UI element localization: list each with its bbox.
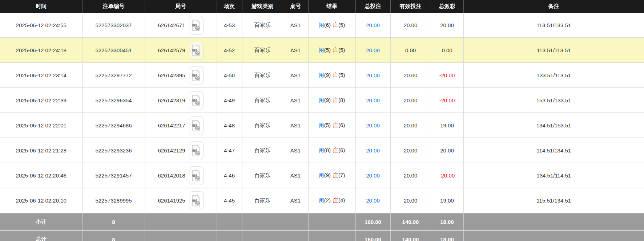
footer-result [308, 231, 355, 241]
cell-result: 闲(9)庄(7) [308, 163, 355, 188]
cell-table-no: AS1 [283, 163, 308, 188]
cell-game-type: 百家乐 [242, 63, 283, 88]
cell-remark: 153.51/133.51 [463, 88, 644, 113]
player-result-points: (6) [324, 22, 331, 28]
cell-round: 626142395 [145, 63, 217, 88]
footer-session [217, 213, 242, 231]
video-replay-button[interactable] [189, 66, 204, 85]
player-result-label: 闲 [319, 22, 324, 28]
cell-round: 626142579 [145, 38, 217, 63]
cell-bet-id: 522573300451 [82, 38, 145, 63]
round-number: 626142395 [158, 72, 185, 78]
footer-table-no [283, 231, 308, 241]
video-replay-button[interactable] [189, 191, 204, 210]
cell-game-type: 百家乐 [242, 113, 283, 138]
cell-round: 626142129 [145, 138, 217, 163]
player-result-label: 闲 [319, 72, 324, 78]
film-file-icon [192, 145, 201, 156]
table-row[interactable]: 2025-06-12 02:22:39 522573296354 6261423… [0, 88, 644, 113]
cell-result: 闲(8)庄(6) [308, 138, 355, 163]
video-replay-button[interactable] [189, 91, 204, 110]
round-wrap: 626142395 [158, 66, 203, 85]
table-row[interactable]: 2025-06-12 02:23:14 522573297772 6261423… [0, 63, 644, 88]
banker-result-label: 庄 [333, 147, 338, 153]
cell-payout: 19.00 [431, 188, 463, 213]
round-wrap: 626142129 [158, 141, 203, 160]
cell-result: 闲(9)庄(8) [308, 88, 355, 113]
footer-total-bet: 160.00 [355, 213, 390, 231]
banker-result-label: 庄 [333, 47, 338, 53]
cell-valid-bet: 0.00 [390, 38, 431, 63]
table-row[interactable]: 2025-06-12 02:22:01 522573294686 6261422… [0, 113, 644, 138]
cell-bet-id: 522573302037 [82, 13, 145, 38]
video-replay-button[interactable] [189, 166, 204, 185]
header-bet-id: 注单编号 [82, 0, 145, 13]
footer-label: 总计 [0, 231, 82, 241]
cell-bet-id: 522573294686 [82, 113, 145, 138]
footer-label: 小计 [0, 213, 82, 231]
table-row[interactable]: 2025-06-12 02:21:28 522573293236 6261421… [0, 138, 644, 163]
footer-remark [463, 231, 644, 241]
header-result: 结果 [308, 0, 355, 13]
player-result-points: (8) [324, 147, 331, 153]
footer-remark [463, 213, 644, 231]
banker-result-label: 庄 [333, 172, 338, 178]
header-table-no: 桌号 [283, 0, 308, 13]
footer-round [145, 213, 217, 231]
banker-result-points: (6) [338, 122, 345, 128]
video-replay-button[interactable] [189, 16, 204, 35]
cell-game-type: 百家乐 [242, 38, 283, 63]
cell-payout: 19.00 [431, 113, 463, 138]
player-result-label: 闲 [319, 172, 324, 178]
cell-round: 626142018 [145, 163, 217, 188]
round-number: 626142671 [158, 22, 185, 28]
video-replay-button[interactable] [189, 41, 204, 60]
footer-payout: 18.00 [431, 231, 463, 241]
cell-remark: 113.51/113.51 [463, 38, 644, 63]
footer-total-bet: 160.00 [355, 231, 390, 241]
table-row[interactable]: 2025-06-12 02:20:10 522573289995 6261419… [0, 188, 644, 213]
cell-time: 2025-06-12 02:24:55 [0, 13, 82, 38]
cell-total-bet: 20.00 [355, 38, 390, 63]
table-row[interactable]: 2025-06-12 02:20:46 522573291457 6261420… [0, 163, 644, 188]
table-row[interactable]: 2025-06-12 02:24:55 522573302037 6261426… [0, 13, 644, 38]
cell-payout: -20.00 [431, 63, 463, 88]
header-row: 时间注单编号局号场次游戏类别桌号结果总投注有效投注总派彩备注 [0, 0, 644, 13]
film-file-icon [192, 170, 201, 181]
footer-game-type [242, 231, 283, 241]
cell-time: 2025-06-12 02:20:10 [0, 188, 82, 213]
header-time: 时间 [0, 0, 82, 13]
player-result-label: 闲 [319, 197, 324, 203]
film-file-icon [192, 120, 201, 131]
cell-round: 626142319 [145, 88, 217, 113]
round-number: 626142579 [158, 47, 185, 53]
footer-payout: 18.00 [431, 213, 463, 231]
round-number: 626142217 [158, 122, 185, 128]
cell-result: 闲(5)庄(5) [308, 38, 355, 63]
cell-total-bet: 20.00 [355, 88, 390, 113]
cell-time: 2025-06-12 02:20:46 [0, 163, 82, 188]
header-payout: 总派彩 [431, 0, 463, 13]
footer-valid-bet: 140.00 [390, 231, 431, 241]
cell-time: 2025-06-12 02:23:14 [0, 63, 82, 88]
header-session: 场次 [217, 0, 242, 13]
player-result-label: 闲 [319, 47, 324, 53]
film-file-icon [192, 45, 201, 56]
film-file-icon [192, 20, 201, 31]
player-result-points: (2) [324, 197, 331, 203]
cell-session: 4-49 [217, 88, 242, 113]
table-row[interactable]: 2025-06-12 02:24:18 522573300451 6261425… [0, 38, 644, 63]
cell-bet-id: 522573296354 [82, 88, 145, 113]
video-replay-button[interactable] [189, 141, 204, 160]
banker-result-points: (4) [338, 197, 345, 203]
footer-count: 8 [82, 231, 145, 241]
footer-session [217, 231, 242, 241]
video-replay-button[interactable] [189, 116, 204, 135]
cell-table-no: AS1 [283, 38, 308, 63]
header-round: 局号 [145, 0, 217, 13]
footer-table-no [283, 213, 308, 231]
banker-result-label: 庄 [333, 72, 338, 78]
cell-valid-bet: 20.00 [390, 13, 431, 38]
cell-remark: 113.51/133.51 [463, 13, 644, 38]
cell-result: 闲(5)庄(6) [308, 113, 355, 138]
